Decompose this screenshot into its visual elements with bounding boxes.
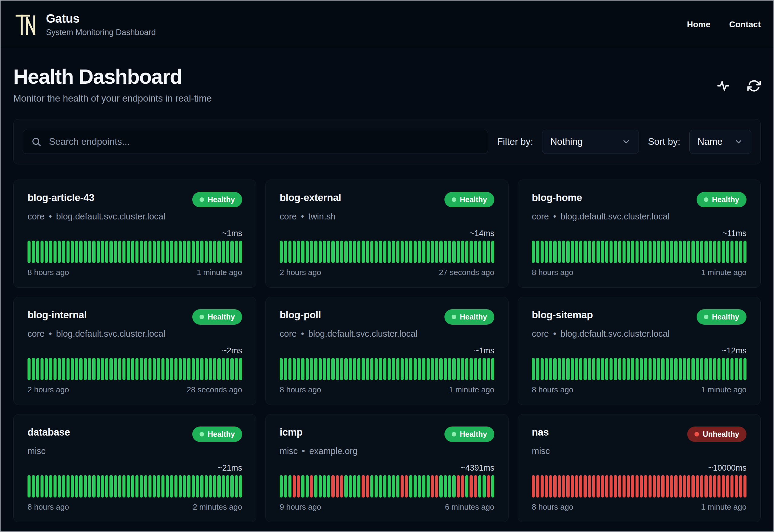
uptime-bar xyxy=(601,358,604,380)
card-header: blog-sitemap Healthy xyxy=(532,309,746,325)
uptime-bar xyxy=(153,358,156,380)
uptime-bar xyxy=(183,358,186,380)
refresh-icon[interactable] xyxy=(747,79,761,92)
endpoint-card[interactable]: icmp Healthy misc • example.org ~4391ms … xyxy=(265,414,509,522)
status-badge: Healthy xyxy=(697,192,746,207)
uptime-bar xyxy=(135,358,138,380)
uptime-bar xyxy=(478,475,481,498)
endpoint-host: blog.default.svc.cluster.local xyxy=(561,212,670,222)
uptime-bar xyxy=(310,475,313,498)
endpoint-card[interactable]: blog-internal Healthy core • blog.defaul… xyxy=(13,297,256,405)
endpoint-name: blog-sitemap xyxy=(532,309,593,321)
uptime-bar xyxy=(679,475,682,498)
sort-dropdown[interactable]: Name xyxy=(689,130,751,154)
app-title: Gatus xyxy=(46,12,156,25)
uptime-bars xyxy=(280,241,494,263)
uptime-bar xyxy=(401,241,404,263)
uptime-bar xyxy=(661,358,664,380)
uptime-bar xyxy=(405,358,408,380)
meta-separator: • xyxy=(553,212,556,222)
endpoint-card[interactable]: blog-sitemap Healthy core • blog.default… xyxy=(518,297,761,405)
filter-label: Filter by: xyxy=(497,136,533,147)
status-dot-icon xyxy=(200,197,204,202)
endpoint-card[interactable]: blog-home Healthy core • blog.default.sv… xyxy=(518,180,761,288)
uptime-bar xyxy=(379,241,382,263)
uptime-bar xyxy=(679,358,682,380)
uptime-bar xyxy=(88,358,91,380)
time-range: 8 hours ago 1 minute ago xyxy=(532,385,746,394)
uptime-bar xyxy=(575,475,578,498)
latency-value: ~12ms xyxy=(532,346,746,355)
time-newest: 1 minute ago xyxy=(701,268,746,277)
uptime-bar xyxy=(392,475,395,498)
main-content: Health Dashboard Monitor the health of y… xyxy=(1,65,773,532)
uptime-bar xyxy=(653,475,656,498)
status-label: Healthy xyxy=(460,195,487,204)
uptime-bar xyxy=(644,358,647,380)
uptime-bar xyxy=(92,358,95,380)
uptime-bar xyxy=(105,241,108,263)
uptime-bar xyxy=(135,241,138,263)
endpoint-group: misc xyxy=(28,446,46,456)
page-subtitle: Monitor the health of your endpoints in … xyxy=(13,93,212,104)
uptime-bar xyxy=(422,358,425,380)
uptime-bar xyxy=(396,475,399,498)
uptime-bar xyxy=(483,241,486,263)
uptime-bar xyxy=(366,241,369,263)
chevron-down-icon xyxy=(622,137,631,146)
status-label: Healthy xyxy=(712,195,739,204)
endpoint-meta: core • blog.default.svc.cluster.local xyxy=(532,212,746,222)
endpoint-meta: core • blog.default.svc.cluster.local xyxy=(280,329,494,339)
endpoint-card[interactable]: database Healthy misc ~21ms 8 hours ago … xyxy=(13,414,256,522)
uptime-bar xyxy=(314,358,317,380)
uptime-bar xyxy=(439,358,442,380)
status-dot-icon xyxy=(694,432,699,436)
uptime-bar xyxy=(370,475,373,498)
uptime-bar xyxy=(691,358,694,380)
uptime-bar xyxy=(310,358,313,380)
search-input[interactable] xyxy=(23,130,488,154)
uptime-bar xyxy=(631,358,634,380)
endpoint-card[interactable]: blog-poll Healthy core • blog.default.sv… xyxy=(265,297,509,405)
uptime-bar xyxy=(558,241,561,263)
uptime-bar xyxy=(435,241,438,263)
activity-icon[interactable] xyxy=(717,79,730,92)
uptime-bar xyxy=(97,475,100,498)
uptime-bar xyxy=(623,358,626,380)
uptime-bar xyxy=(205,241,208,263)
uptime-bar xyxy=(704,241,707,263)
uptime-bar xyxy=(704,475,707,498)
sort-value: Name xyxy=(698,136,723,147)
endpoint-name: blog-home xyxy=(532,192,582,203)
uptime-bar xyxy=(452,241,455,263)
uptime-bar xyxy=(32,358,35,380)
latency-value: ~2ms xyxy=(28,346,242,355)
time-newest: 1 minute ago xyxy=(449,385,494,394)
uptime-bar xyxy=(730,241,733,263)
status-dot-icon xyxy=(452,432,456,436)
uptime-bar xyxy=(344,475,347,498)
endpoint-card[interactable]: nas Unhealthy misc ~10000ms 8 hours ago … xyxy=(518,414,761,522)
uptime-bar xyxy=(148,475,151,498)
uptime-bar xyxy=(67,358,70,380)
uptime-bar xyxy=(605,241,608,263)
uptime-bar xyxy=(549,358,552,380)
uptime-bar xyxy=(336,475,339,498)
uptime-bar xyxy=(140,475,143,498)
uptime-bar xyxy=(532,241,535,263)
nav-link-home[interactable]: Home xyxy=(687,20,711,29)
uptime-bar xyxy=(487,241,490,263)
filter-dropdown[interactable]: Nothing xyxy=(542,130,639,154)
uptime-bar xyxy=(597,475,600,498)
time-oldest: 8 hours ago xyxy=(280,385,321,394)
uptime-bar xyxy=(571,358,574,380)
uptime-bar xyxy=(717,475,720,498)
uptime-bar xyxy=(683,241,686,263)
time-oldest: 2 hours ago xyxy=(28,385,69,394)
endpoint-card[interactable]: blog-article-43 Healthy core • blog.defa… xyxy=(13,180,256,288)
uptime-bar xyxy=(105,358,108,380)
uptime-bar xyxy=(383,241,386,263)
nav-link-contact[interactable]: Contact xyxy=(729,20,761,29)
card-header: blog-external Healthy xyxy=(280,192,494,207)
endpoint-card[interactable]: blog-external Healthy core • twin.sh ~14… xyxy=(265,180,509,288)
